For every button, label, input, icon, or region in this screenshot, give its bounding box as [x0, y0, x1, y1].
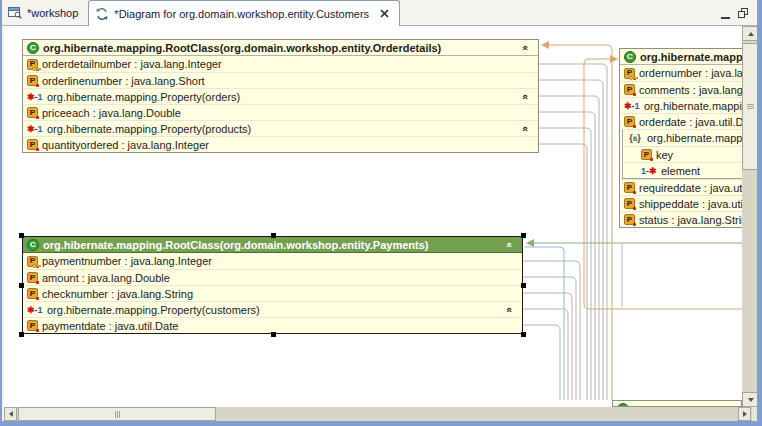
console-config-editor-icon — [8, 6, 22, 19]
chevron-collapse-icon[interactable]: « — [504, 242, 514, 248]
field-row[interactable]: {ä}org.hibernate.mapping.Set(orderdetail… — [623, 130, 742, 146]
field-row[interactable]: Pquantityordered : java.lang.Integer — [23, 136, 538, 152]
field-label: quantityordered : java.lang.Integer — [42, 139, 534, 151]
chevron-collapse-icon[interactable]: « — [520, 94, 530, 100]
vertical-scroll-thumb[interactable] — [742, 43, 759, 170]
field-row[interactable]: Pkey — [623, 146, 742, 162]
property-icon: P — [624, 84, 635, 95]
class-icon: C — [27, 42, 39, 54]
diagram-canvas[interactable]: Corg.hibernate.mapping.RootClass(org.dom… — [4, 26, 742, 407]
scroll-down-button[interactable] — [742, 392, 759, 407]
field-label: status : java.lang.String — [639, 214, 742, 226]
field-label: checknumber : java.lang.String — [42, 288, 518, 300]
tab-label: *workshop — [27, 7, 78, 19]
minimize-icon[interactable] — [721, 5, 730, 23]
field-label: element — [661, 165, 742, 177]
field-row[interactable]: Pcomments : java.lang.String — [620, 81, 742, 97]
view-controls — [721, 0, 757, 25]
diagram-editor-icon — [95, 7, 109, 21]
property-icon: P — [27, 288, 38, 299]
field-row[interactable]: Porderlinenumber : java.lang.Short — [23, 72, 538, 88]
field-row[interactable]: Ppaymentnumber : java.lang.Integer — [23, 253, 522, 269]
selection-handle[interactable] — [271, 233, 276, 238]
field-row[interactable]: Pordernumber : java.lang.Integer — [620, 65, 742, 81]
red-dot — [633, 191, 636, 194]
tab-workshop[interactable]: *workshop — [2, 0, 88, 25]
tab-diagram-customers[interactable]: *Diagram for org.domain.workshop.entity.… — [88, 0, 400, 26]
class-icon: C — [624, 51, 636, 63]
class-box-partial[interactable]: C — [612, 400, 742, 407]
red-dot — [36, 329, 39, 332]
field-label: orderdate : java.util.Date — [639, 116, 742, 128]
field-row[interactable]: Ppriceeach : java.lang.Double — [23, 104, 538, 120]
field-row[interactable]: ✱-1org.hibernate.mapping.Property(orders… — [23, 88, 538, 104]
field-row[interactable]: Pamount : java.lang.Double — [23, 269, 522, 285]
class-title: org.hibernate.mapping.RootClass(org.doma… — [43, 42, 518, 54]
scroll-left-button[interactable] — [4, 407, 17, 421]
field-row[interactable]: ✱-1org.hibernate.mapping.Property(custom… — [23, 301, 522, 317]
scrollbar-corner — [752, 407, 759, 421]
selection-handle[interactable] — [521, 332, 526, 337]
class-box-orderdetails[interactable]: Corg.hibernate.mapping.RootClass(org.dom… — [22, 39, 539, 153]
field-label: priceeach : java.lang.Double — [42, 107, 534, 119]
selection-handle[interactable] — [19, 283, 24, 288]
property-icon: P — [27, 139, 38, 150]
primary-key-mark — [32, 264, 41, 269]
field-row[interactable]: Prequireddate : java.util.Date — [620, 179, 742, 195]
class-header[interactable]: Corg.hibernate.mapping.RootClass(org.dom… — [23, 40, 538, 56]
red-dot — [633, 93, 636, 96]
many-to-one-icon: ✱-1 — [27, 92, 43, 102]
field-label: org.hibernate.mapping.Property(customers… — [644, 100, 742, 112]
class-title: org.hibernate.mapping.RootClass(org.doma… — [640, 51, 742, 63]
collection-group: {ä}org.hibernate.mapping.Set(orderdetail… — [622, 129, 742, 179]
chevron-collapse-icon[interactable]: « — [520, 45, 530, 51]
chevron-collapse-icon[interactable]: « — [504, 307, 514, 313]
field-row[interactable]: Pstatus : java.lang.String — [620, 211, 742, 227]
class-box-orders[interactable]: Corg.hibernate.mapping.RootClass(org.dom… — [619, 48, 742, 228]
class-header[interactable]: Corg.hibernate.mapping.RootClass(org.dom… — [620, 49, 742, 65]
field-row[interactable]: ✱-1org.hibernate.mapping.Property(custom… — [620, 97, 742, 113]
vertical-scrollbar[interactable] — [742, 26, 759, 407]
field-label: shippeddate : java.util.Date — [639, 198, 742, 210]
eclipse-window: *workshop *Diagram for org.domain.worksh… — [0, 0, 762, 426]
many-to-one-icon: ✱-1 — [624, 101, 640, 111]
selection-handle[interactable] — [271, 332, 276, 337]
selection-handle[interactable] — [521, 233, 526, 238]
close-icon[interactable] — [380, 9, 389, 18]
field-label: ordernumber : java.lang.Integer — [639, 67, 742, 79]
field-row[interactable]: 1-✱element — [623, 162, 742, 178]
red-dot — [633, 223, 636, 226]
property-icon: P — [27, 107, 38, 118]
many-to-one-icon: ✱-1 — [27, 124, 43, 134]
chevron-collapse-icon[interactable]: « — [520, 126, 530, 132]
field-label: org.hibernate.mapping.Property(orders) — [47, 91, 518, 103]
field-row[interactable]: ✱-1org.hibernate.mapping.Property(produc… — [23, 120, 538, 136]
property-icon: P — [624, 198, 635, 209]
scroll-up-button[interactable] — [742, 26, 759, 41]
field-label: key — [656, 149, 742, 161]
red-dot — [633, 207, 636, 210]
field-label: org.hibernate.mapping.Property(products) — [47, 123, 518, 135]
field-row[interactable]: Pchecknumber : java.lang.String — [23, 285, 522, 301]
selection-handle[interactable] — [19, 233, 24, 238]
field-row[interactable]: Ppaymentdate : java.util.Date — [23, 317, 522, 333]
property-key-icon: P — [27, 59, 38, 70]
horizontal-scrollbar[interactable] — [4, 407, 752, 421]
collection-icon: {ä} — [627, 133, 643, 143]
selection-handle[interactable] — [19, 332, 24, 337]
scroll-right-button[interactable] — [738, 407, 751, 421]
property-icon: P — [27, 272, 38, 283]
property-icon: P — [27, 320, 38, 331]
class-box-payments[interactable]: Corg.hibernate.mapping.RootClass(org.dom… — [22, 236, 523, 334]
horizontal-scroll-thumb[interactable] — [18, 407, 216, 421]
field-row[interactable]: Porderdate : java.util.Date — [620, 113, 742, 129]
maximize-icon[interactable] — [738, 5, 749, 23]
primary-key-mark — [32, 67, 41, 72]
selection-handle[interactable] — [521, 283, 526, 288]
red-dot — [633, 125, 636, 128]
class-header[interactable]: Corg.hibernate.mapping.RootClass(org.dom… — [23, 237, 522, 253]
field-row[interactable]: Pshippeddate : java.util.Date — [620, 195, 742, 211]
editor-tab-bar: *workshop *Diagram for org.domain.worksh… — [2, 0, 757, 26]
property-icon: P — [624, 116, 635, 127]
field-row[interactable]: Porderdetailnumber : java.lang.Integer — [23, 56, 538, 72]
